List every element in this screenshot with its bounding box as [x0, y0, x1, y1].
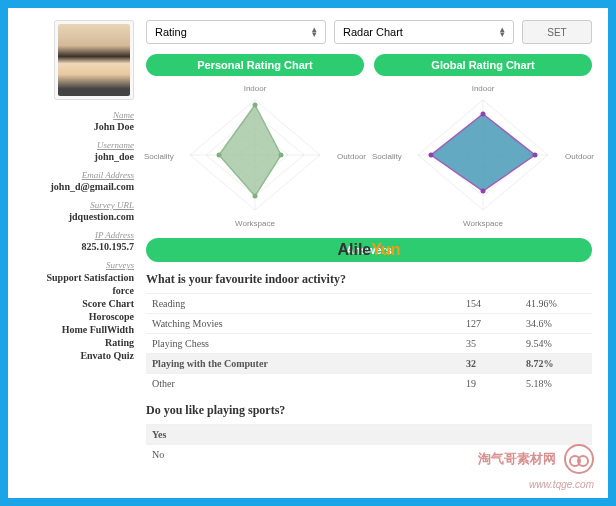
svg-point-19	[533, 153, 538, 158]
footer-watermark: 淘气哥素材网 www.tqge.com	[478, 444, 594, 492]
chevron-updown-icon: ▴▾	[500, 27, 505, 37]
answer-row[interactable]: Other195.18%	[146, 373, 592, 393]
answer-row[interactable]: Playing with the Computer328.72%	[146, 353, 592, 373]
svg-point-10	[217, 153, 222, 158]
svg-point-8	[279, 153, 284, 158]
svg-point-21	[429, 153, 434, 158]
axis-label: Indoor	[244, 84, 267, 93]
survey-url-value: jdquestion.com	[24, 211, 134, 222]
personal-chart-title: Personal Rating Chart	[146, 54, 364, 76]
survey-link[interactable]: Rating	[24, 337, 134, 348]
axis-label: Indoor	[472, 84, 495, 93]
answers-header-text: Answers	[346, 244, 392, 256]
survey-link[interactable]: Horoscope	[24, 311, 134, 322]
svg-point-20	[481, 189, 486, 194]
username-label: Username	[24, 140, 134, 150]
answer-row[interactable]: Reading15441.96%	[146, 293, 592, 313]
set-button[interactable]: SET	[522, 20, 592, 44]
chevron-updown-icon: ▴▾	[312, 27, 317, 37]
axis-label: Sociality	[372, 152, 402, 161]
answer-row[interactable]: Yes	[146, 424, 592, 444]
select-value: Rating	[155, 26, 187, 38]
svg-point-18	[481, 112, 486, 117]
svg-point-9	[253, 194, 258, 199]
rating-select[interactable]: Rating ▴▾	[146, 20, 326, 44]
question-2: Do you like playing sports?	[146, 403, 592, 418]
survey-url-label: Survey URL	[24, 200, 134, 210]
axis-label: Sociality	[144, 152, 174, 161]
username-value: john_doe	[24, 151, 134, 162]
avatar	[54, 20, 134, 100]
answer-row[interactable]: Playing Chess359.54%	[146, 333, 592, 353]
axis-label: Workspace	[235, 219, 275, 228]
email-label: Email Address	[24, 170, 134, 180]
name-value: John Doe	[24, 121, 134, 132]
glasses-icon	[564, 444, 594, 474]
answers-header: Answers AlileYun	[146, 238, 592, 262]
survey-link[interactable]: Score Chart	[24, 298, 134, 309]
name-label: Name	[24, 110, 134, 120]
ip-label: IP Address	[24, 230, 134, 240]
answer-row[interactable]: Watching Movies12734.6%	[146, 313, 592, 333]
survey-link[interactable]: Envato Quiz	[24, 350, 134, 361]
survey-link[interactable]: Home FullWidth	[24, 324, 134, 335]
survey-link[interactable]: Support Satisfaction	[24, 272, 134, 283]
axis-label: Outdoor	[565, 152, 594, 161]
axis-label: Workspace	[463, 219, 503, 228]
axis-label: Outdoor	[337, 152, 366, 161]
surveys-list: Support Satisfaction force Score Chart H…	[24, 272, 134, 361]
global-radar-chart: Indoor Outdoor Workspace Sociality	[374, 80, 592, 230]
svg-point-7	[253, 103, 258, 108]
personal-radar-chart: Indoor Outdoor Workspace Sociality	[146, 80, 364, 230]
ip-value: 825.10.195.7	[24, 241, 134, 252]
survey-link[interactable]: force	[24, 285, 134, 296]
main-content: Rating ▴▾ Radar Chart ▴▾ SET Personal Ra…	[146, 20, 592, 486]
sidebar: Name John Doe Username john_doe Email Ad…	[24, 20, 134, 486]
answers-table-1: Reading15441.96%Watching Movies12734.6%P…	[146, 293, 592, 393]
chart-type-select[interactable]: Radar Chart ▴▾	[334, 20, 514, 44]
surveys-label: Surveys	[24, 260, 134, 270]
question-1: What is your favourite indoor activity?	[146, 272, 592, 287]
email-value: john_d@gmail.com	[24, 181, 134, 192]
global-chart-title: Global Rating Chart	[374, 54, 592, 76]
select-value: Radar Chart	[343, 26, 403, 38]
